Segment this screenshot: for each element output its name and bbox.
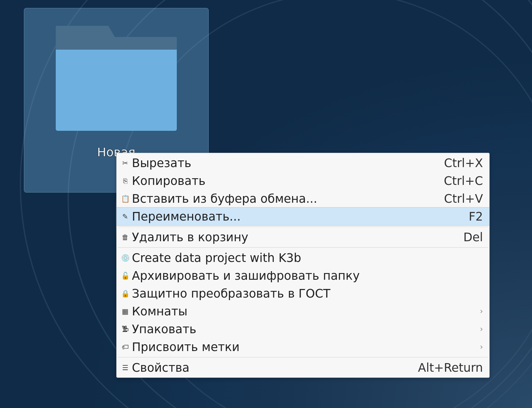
lock-icon: 🔒 [120, 290, 130, 298]
menu-separator [118, 227, 488, 227]
cut-icon: ✂ [120, 159, 130, 167]
disc-icon: 💿 [120, 254, 130, 262]
menu-item[interactable]: ▦Комнаты› [117, 302, 489, 320]
menu-item[interactable]: 🔓Архивировать и зашифровать папку [117, 267, 489, 285]
copy-icon: ⎘ [120, 177, 130, 185]
menu-item[interactable]: ✂ВырезатьCtrl+X [117, 154, 489, 172]
folder-icon [56, 26, 177, 131]
menu-separator [118, 357, 488, 357]
menu-item-label: Архивировать и зашифровать папку [132, 269, 483, 283]
tag-icon: 🏷 [120, 343, 130, 351]
menu-item-label: Свойства [132, 361, 412, 375]
menu-item[interactable]: ⎘КопироватьCtrl+C [117, 172, 489, 190]
archive-icon: 🗜 [120, 325, 130, 333]
rename-icon: ✎ [120, 213, 130, 221]
menu-item-shortcut: Ctrl+X [438, 156, 483, 170]
menu-item[interactable]: 🗜Упаковать› [117, 320, 489, 338]
paste-icon: 📋 [120, 195, 130, 203]
menu-item-label: Переименовать... [132, 210, 462, 223]
menu-item-label: Create data project with K3b [132, 251, 483, 265]
menu-item-label: Присвоить метки [132, 340, 473, 354]
menu-item-label: Комнаты [132, 305, 473, 318]
menu-item-shortcut: F2 [462, 210, 483, 223]
chevron-right-icon: › [473, 325, 483, 334]
menu-separator [118, 247, 488, 248]
menu-item[interactable]: ☰СвойстваAlt+Return [117, 359, 489, 376]
menu-item-label: Копировать [132, 174, 437, 188]
menu-item-shortcut: Del [457, 230, 483, 244]
menu-item-label: Удалить в корзину [132, 230, 457, 244]
menu-item[interactable]: 📋Вставить из буфера обмена...Ctrl+V [117, 190, 489, 208]
menu-item[interactable]: ✎Переименовать...F2 [117, 207, 489, 226]
chevron-right-icon: › [473, 307, 483, 316]
menu-item-label: Упаковать [132, 322, 473, 336]
menu-item-label: Защитно преобразовать в ГОСТ [132, 287, 483, 300]
menu-item[interactable]: 🗑Удалить в корзинуDel [117, 228, 489, 246]
menu-item-label: Вырезать [132, 156, 438, 170]
chevron-right-icon: › [473, 342, 483, 351]
menu-item-shortcut: Alt+Return [412, 361, 483, 375]
menu-item[interactable]: 🏷Присвоить метки› [117, 338, 489, 356]
context-menu: ✂ВырезатьCtrl+X⎘КопироватьCtrl+C📋Вставит… [116, 153, 490, 378]
desktop[interactable]: Новая ✂ВырезатьCtrl+X⎘КопироватьCtrl+C📋В… [0, 0, 532, 408]
menu-item-shortcut: Ctrl+V [438, 192, 483, 206]
properties-icon: ☰ [120, 364, 130, 372]
menu-item-label: Вставить из буфера обмена... [132, 192, 438, 206]
menu-item[interactable]: 🔒Защитно преобразовать в ГОСТ [117, 285, 489, 302]
menu-item-shortcut: Ctrl+C [437, 174, 483, 188]
menu-item[interactable]: 💿Create data project with K3b [117, 249, 489, 267]
rooms-icon: ▦ [120, 307, 130, 315]
trash-icon: 🗑 [120, 233, 130, 241]
lock-open-icon: 🔓 [120, 272, 130, 280]
